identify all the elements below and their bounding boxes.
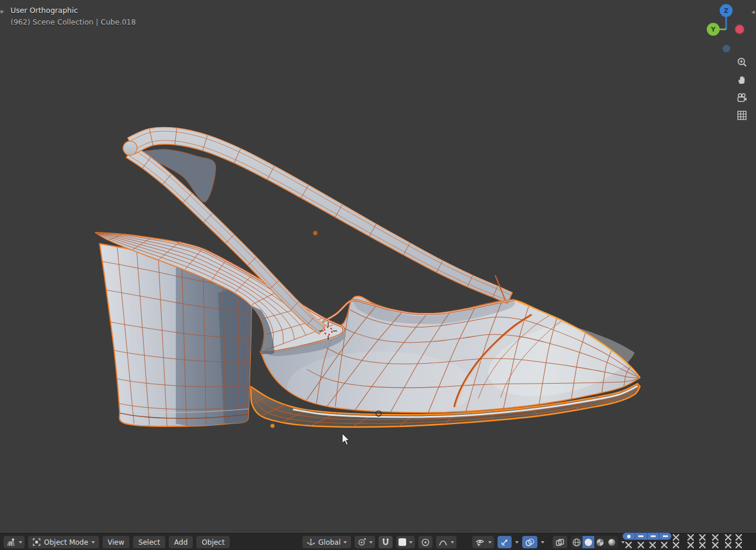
missing-glyph-x-icon	[661, 542, 668, 548]
axis-negz-ball[interactable]	[723, 45, 730, 53]
object-origin-dot	[271, 424, 275, 428]
chevron-down-icon	[91, 541, 95, 544]
snap-target-icon	[399, 538, 406, 546]
missing-glyph-x-icon	[649, 542, 656, 548]
missing-glyph-x-icon	[735, 534, 742, 541]
missing-glyph-x-icon	[699, 542, 706, 548]
missing-glyph-x-icon	[673, 542, 679, 548]
overlays-icon	[525, 538, 535, 547]
missing-glyph-x-icon	[735, 542, 742, 548]
blender-window: User Orthographic (962) Scene Collection…	[0, 0, 756, 550]
grid-ortho-button[interactable]	[735, 108, 749, 122]
zoom-button[interactable]	[735, 55, 749, 69]
mode-selector[interactable]: Object Mode	[28, 536, 99, 548]
chevron-down-icon	[451, 541, 454, 544]
show-object-types-icon	[475, 538, 485, 547]
mouse-cursor	[342, 433, 349, 445]
object-mode-icon	[32, 538, 41, 546]
zoom-icon	[736, 56, 748, 68]
xray-icon	[555, 538, 565, 547]
object-origin-dot	[313, 231, 318, 235]
missing-glyph-x-icon	[673, 534, 679, 541]
missing-glyph-x-icon	[625, 542, 632, 548]
snap-magnet-icon	[381, 538, 390, 547]
pivot-point-dropdown[interactable]	[355, 536, 375, 548]
axis-z-label: Z	[724, 7, 728, 14]
glitched-slider-pill[interactable]	[622, 532, 672, 540]
camera-view-button[interactable]	[735, 91, 749, 105]
mode-label: Object Mode	[44, 538, 88, 546]
chevron-down-icon	[488, 541, 492, 544]
falloff-dropdown[interactable]	[436, 536, 457, 548]
pill-segment[interactable]	[623, 533, 635, 539]
chevron-down-icon	[343, 541, 347, 544]
viewport-canvas[interactable]	[0, 0, 756, 533]
missing-glyph-x-icon	[699, 534, 706, 541]
pill-segment[interactable]	[635, 533, 648, 539]
axis-x-ball[interactable]	[735, 25, 744, 34]
strap-loop-end	[123, 141, 137, 155]
missing-glyph-x-icon	[725, 542, 731, 548]
snap-toggle[interactable]	[379, 536, 393, 548]
missing-glyph-x-icon	[712, 542, 718, 548]
shading-rendered-button[interactable]	[606, 536, 618, 548]
orientation-label: Global	[318, 538, 340, 546]
shading-solid-icon	[584, 538, 593, 547]
shading-material-icon	[595, 538, 605, 547]
gizmos-icon	[500, 538, 509, 547]
falloff-curve-icon	[438, 538, 448, 547]
object-visibility-dropdown[interactable]	[472, 536, 494, 548]
menu-object[interactable]: Object	[196, 536, 230, 548]
shading-wireframe-button[interactable]	[571, 536, 583, 548]
overlays-toggle[interactable]	[522, 536, 537, 548]
missing-glyph-x-icon	[725, 534, 731, 541]
proportional-editing-icon	[421, 538, 430, 547]
shading-solid-button[interactable]	[583, 536, 594, 548]
axis-orbit-gizmo[interactable]: Z Y	[701, 2, 751, 53]
viewport-header: Object Mode View Select Add Object Globa…	[0, 533, 756, 550]
menu-view[interactable]: View	[103, 536, 130, 548]
missing-glyph-x-icon	[638, 542, 644, 548]
3d-viewport[interactable]: User Orthographic (962) Scene Collection…	[0, 0, 756, 533]
chevron-down-icon	[409, 541, 413, 544]
shading-mode-group	[571, 536, 618, 548]
sidebar-expand-arrow-icon[interactable]: ◂	[751, 8, 755, 16]
glitched-ui-region	[620, 534, 756, 550]
header-left-group: Object Mode View Select Add Object	[4, 534, 230, 550]
breadcrumb: (962) Scene Collection | Cube.018	[11, 18, 136, 26]
gizmos-dropdown-chevron[interactable]	[515, 541, 519, 544]
shading-material-button[interactable]	[594, 536, 606, 548]
toolbar-expand-arrow-icon[interactable]: ▸	[1, 7, 4, 15]
header-middle-group: Global	[302, 534, 457, 550]
chevron-down-icon	[369, 541, 373, 544]
overlays-dropdown-chevron[interactable]	[541, 541, 544, 544]
pill-segment[interactable]	[659, 533, 671, 539]
menu-add[interactable]: Add	[169, 536, 193, 548]
grid-ortho-icon	[736, 110, 748, 121]
camera-view-icon	[736, 92, 748, 104]
missing-glyph-x-icon	[712, 534, 718, 541]
xray-toggle[interactable]	[553, 536, 567, 548]
view-name-overlay: User Orthographic	[11, 6, 78, 15]
shoe-object[interactable]	[96, 128, 645, 433]
pan-hand-icon	[736, 74, 748, 86]
header-right-group	[472, 534, 625, 550]
transform-orientation-dropdown[interactable]: Global	[302, 536, 351, 548]
pivot-point-icon	[357, 538, 366, 547]
missing-glyph-x-icon	[687, 534, 694, 541]
snap-target-dropdown[interactable]	[396, 536, 415, 548]
proportional-editing-toggle[interactable]	[418, 536, 433, 548]
transform-orientation-icon	[307, 538, 315, 546]
axis-y-label: Y	[710, 26, 716, 33]
menu-select[interactable]: Select	[133, 536, 165, 548]
pill-segment[interactable]	[648, 533, 660, 539]
gizmos-toggle[interactable]	[498, 536, 512, 548]
shading-rendered-icon	[607, 538, 617, 547]
editor-type-icon	[6, 538, 16, 547]
chevron-down-icon	[19, 541, 22, 544]
editor-type-button[interactable]	[4, 536, 25, 548]
shading-wireframe-icon	[572, 538, 581, 547]
missing-glyph-x-icon	[687, 542, 694, 548]
pan-button[interactable]	[735, 73, 749, 87]
